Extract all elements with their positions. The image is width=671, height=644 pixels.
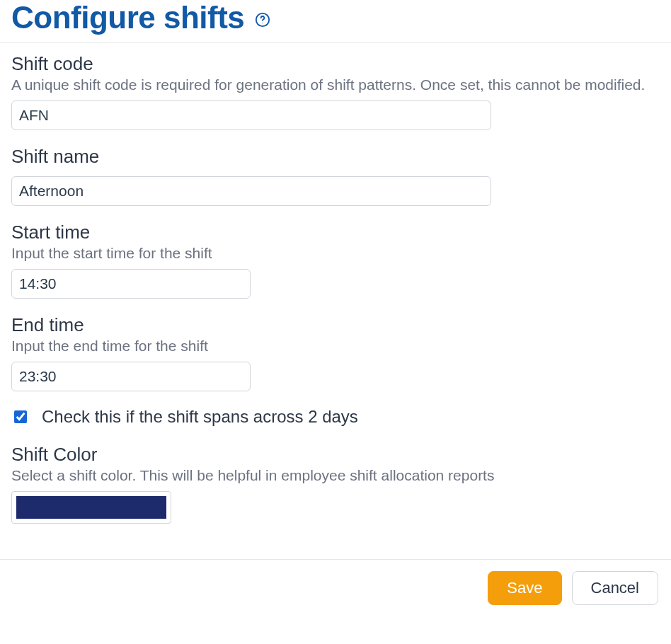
help-icon[interactable] (254, 11, 271, 28)
field-shift-color: Shift Color Select a shift color. This w… (11, 444, 660, 527)
label-shift-name: Shift name (11, 146, 660, 168)
page-header: Configure shifts (0, 0, 671, 43)
form-body: Shift code A unique shift code is requir… (0, 43, 671, 527)
label-end-time: End time (11, 314, 660, 336)
help-end-time: Input the end time for the shift (11, 338, 660, 355)
checkbox-spans-two-days[interactable] (14, 410, 27, 423)
field-shift-code: Shift code A unique shift code is requir… (11, 53, 660, 130)
label-start-time: Start time (11, 222, 660, 243)
input-shift-name[interactable] (11, 176, 491, 206)
label-shift-code: Shift code (11, 53, 660, 75)
svg-point-1 (263, 23, 263, 23)
field-shift-name: Shift name (11, 146, 660, 206)
color-swatch (16, 496, 166, 519)
footer-actions: Save Cancel (0, 559, 671, 612)
input-shift-code[interactable] (11, 100, 491, 130)
input-start-time[interactable] (11, 269, 251, 299)
field-spans-two-days: Check this if the shift spans across 2 d… (11, 407, 660, 427)
label-spans-two-days: Check this if the shift spans across 2 d… (42, 407, 358, 427)
help-shift-code: A unique shift code is required for gene… (11, 76, 660, 93)
input-end-time[interactable] (11, 362, 251, 391)
field-end-time: End time Input the end time for the shif… (11, 314, 660, 391)
help-shift-color: Select a shift color. This will be helpf… (11, 467, 660, 484)
label-shift-color: Shift Color (11, 444, 660, 466)
cancel-button[interactable]: Cancel (572, 571, 658, 605)
field-start-time: Start time Input the start time for the … (11, 222, 660, 299)
help-start-time: Input the start time for the shift (11, 245, 660, 262)
save-button[interactable]: Save (488, 571, 561, 605)
page-title: Configure shifts (11, 0, 244, 35)
color-input-wrap[interactable] (11, 491, 171, 524)
